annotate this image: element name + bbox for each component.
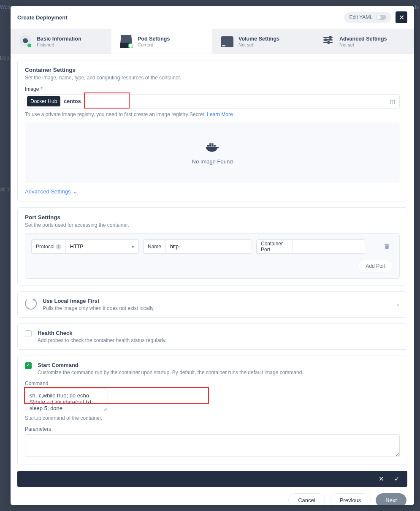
use-local-desc: Pulls the image only when it does not ex…	[43, 305, 154, 311]
protocol-select[interactable]: HTTP	[66, 240, 132, 253]
toggle-switch-icon	[376, 15, 386, 20]
chevron-down-icon: ▾	[132, 244, 134, 250]
health-check-desc: Add probes to check the container health…	[38, 337, 166, 343]
chevron-down-icon[interactable]: ⌄	[396, 301, 400, 307]
create-deployment-modal: Create Deployment Edit YAML ✕ Basic Info…	[11, 6, 414, 505]
container-settings-card: Container Settings Set the image, name, …	[17, 60, 407, 201]
volume-icon	[221, 36, 233, 47]
command-textarea[interactable]	[25, 389, 108, 411]
trash-icon	[384, 243, 390, 250]
close-icon: ✕	[379, 475, 384, 482]
cancel-button[interactable]: Cancel	[288, 493, 325, 505]
image-input-row[interactable]: Docker Hub centos ◫	[25, 94, 400, 109]
svg-rect-2	[211, 145, 213, 146]
parameters-label: Parameters	[25, 426, 51, 432]
image-label: Image*	[25, 86, 43, 92]
chevron-down-icon: ⌄	[73, 188, 78, 195]
close-icon: ✕	[399, 14, 404, 22]
start-command-desc: Customize the command run by the contain…	[38, 370, 303, 375]
dismiss-button[interactable]: ✕	[379, 475, 384, 483]
port-name-input[interactable]	[166, 240, 252, 253]
action-bar: ✕ ✓	[17, 471, 407, 487]
svg-rect-0	[207, 145, 209, 146]
modal-header: Create Deployment Edit YAML ✕	[11, 6, 414, 29]
modal-body[interactable]: Container Settings Set the image, name, …	[11, 54, 414, 505]
port-row: Protocol? HTTP ▾ Name Container Port	[31, 239, 393, 254]
use-local-image-card[interactable]: Use Local Image First Pulls the image on…	[17, 291, 407, 318]
modal-title: Create Deployment	[17, 14, 67, 21]
port-settings-desc: Set the ports used for accessing the con…	[25, 222, 400, 228]
check-icon: ✓	[394, 475, 400, 482]
basic-info-icon	[19, 35, 32, 48]
no-image-panel: No Image Found	[25, 122, 400, 183]
svg-rect-5	[214, 145, 215, 146]
tab-pod-settings[interactable]: Pod Settings Current	[111, 29, 212, 54]
add-port-button[interactable]: Add Port	[358, 260, 393, 272]
pod-icon	[120, 35, 133, 48]
svg-rect-4	[211, 143, 213, 144]
port-name-field: Name	[143, 239, 252, 254]
next-button[interactable]: Next	[376, 493, 406, 505]
use-local-title: Use Local Image First	[43, 298, 154, 304]
tab-basic-information[interactable]: Basic Information Finished	[11, 29, 111, 54]
port-entry-box: Protocol? HTTP ▾ Name Container Port	[25, 233, 400, 279]
container-port-label: Container Port	[257, 240, 293, 253]
close-button[interactable]: ✕	[396, 11, 407, 23]
start-command-title: Start Command	[38, 362, 303, 368]
svg-rect-3	[209, 143, 211, 144]
help-icon[interactable]: ?	[56, 244, 61, 250]
image-hint: To use a private image registry, you nee…	[25, 111, 400, 117]
modal-footer: Cancel Previous Next	[11, 487, 414, 505]
start-command-card: Start Command Customize the command run …	[17, 356, 407, 465]
health-check-title: Health Check	[38, 330, 166, 336]
port-settings-card: Port Settings Set the ports used for acc…	[17, 207, 407, 285]
refresh-icon	[25, 298, 37, 310]
edit-yaml-toggle[interactable]: Edit YAML	[344, 12, 391, 23]
start-command-checkbox[interactable]	[25, 362, 32, 369]
container-port-input[interactable]	[293, 240, 365, 253]
no-image-text: No Image Found	[192, 158, 233, 165]
step-tabs: Basic Information Finished Pod Settings …	[11, 29, 414, 54]
health-check-card: Health Check Add probes to check the con…	[17, 323, 407, 350]
protocol-field: Protocol? HTTP ▾	[31, 239, 139, 254]
tab-advanced-settings[interactable]: Advanced Settings Not set	[313, 29, 414, 54]
port-name-label: Name	[144, 240, 166, 253]
docker-hub-badge[interactable]: Docker Hub	[27, 96, 60, 106]
command-label: Command	[25, 381, 48, 386]
previous-button[interactable]: Previous	[330, 493, 371, 505]
confirm-button[interactable]: ✓	[394, 475, 400, 483]
container-settings-title: Container Settings	[25, 67, 400, 73]
command-help: Startup command of the container.	[25, 415, 102, 421]
advanced-settings-link[interactable]: Advanced Settings ⌄	[25, 188, 78, 195]
container-port-field: Container Port	[256, 239, 365, 254]
protocol-label: Protocol?	[32, 240, 66, 253]
docker-whale-icon	[205, 141, 220, 152]
port-settings-title: Port Settings	[25, 214, 400, 220]
image-value: centos	[64, 98, 81, 104]
container-settings-desc: Set the image, name, type, and computing…	[25, 75, 400, 81]
delete-port-button[interactable]	[384, 243, 390, 251]
cube-icon: ◫	[390, 98, 395, 105]
sliders-icon	[322, 35, 334, 48]
parameters-textarea[interactable]	[25, 434, 400, 457]
edit-yaml-label: Edit YAML	[349, 14, 373, 20]
svg-rect-1	[209, 145, 211, 146]
learn-more-link[interactable]: Learn More	[207, 111, 233, 117]
health-check-checkbox[interactable]	[25, 330, 32, 337]
tab-volume-settings[interactable]: Volume Settings Not set	[212, 29, 313, 54]
